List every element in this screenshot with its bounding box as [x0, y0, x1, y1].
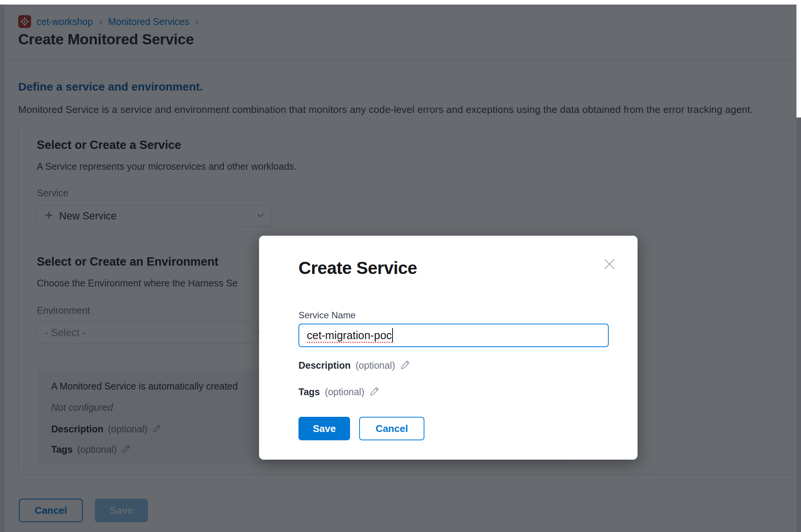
close-icon[interactable] — [602, 257, 617, 272]
modal-save-button[interactable]: Save — [298, 417, 350, 440]
text-caret — [392, 328, 393, 343]
service-name-value: cet-migration-poc — [307, 329, 392, 342]
modal-title: Create Service — [298, 258, 417, 278]
modal-tags-label: Tags — [298, 386, 320, 397]
create-service-modal: Create Service Service Name cet-migratio… — [259, 236, 638, 460]
modal-button-row: Save Cancel — [298, 417, 424, 440]
modal-description-label: Description — [298, 360, 351, 371]
top-white-strip — [0, 0, 801, 5]
optional-suffix: (optional) — [356, 360, 395, 371]
service-name-label: Service Name — [298, 310, 356, 321]
modal-edit-description-pencil-icon[interactable] — [400, 359, 411, 371]
modal-edit-tags-pencil-icon[interactable] — [369, 386, 380, 398]
right-white-strip — [796, 0, 801, 117]
optional-suffix: (optional) — [325, 386, 364, 397]
modal-cancel-button[interactable]: Cancel — [359, 417, 424, 440]
service-name-input[interactable]: cet-migration-poc — [298, 324, 609, 347]
